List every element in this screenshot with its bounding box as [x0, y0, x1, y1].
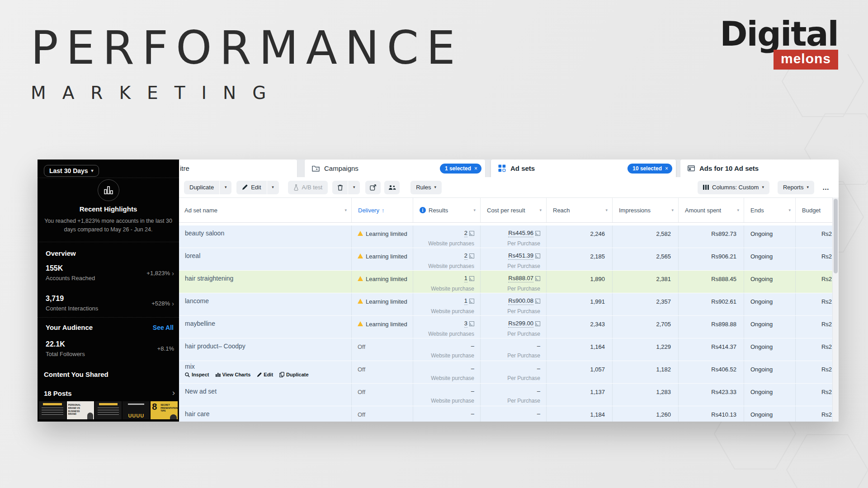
- header-cost-per-result[interactable]: Cost per result ▾: [481, 198, 547, 222]
- adset-row-6[interactable]: hair product– CoodpyOff–Website purchase…: [179, 338, 839, 361]
- cost-value[interactable]: Rs445.96: [508, 230, 533, 237]
- export-button[interactable]: [365, 181, 381, 194]
- edit-caret-button[interactable]: ▾: [267, 181, 279, 194]
- adset-row-9[interactable]: hair careOff––1,1841,260Rs410.13OngoingR…: [179, 406, 839, 422]
- post-thumbnail-3[interactable]: [95, 401, 122, 419]
- row-action-duplicate[interactable]: Duplicate: [279, 372, 309, 377]
- campaigns-selected-badge[interactable]: 1 selected ×: [440, 164, 481, 174]
- caret-down-icon[interactable]: ▾: [539, 208, 542, 212]
- screenshot-composite: Last 30 Days ▾ Recent Highlights You rea…: [38, 160, 839, 422]
- adset-name-cell[interactable]: hair straightening: [179, 271, 352, 293]
- post-thumbnail-1[interactable]: [39, 401, 66, 419]
- adset-name-cell[interactable]: beauty saloon: [179, 225, 352, 248]
- cost-value[interactable]: Rs900.08: [508, 297, 533, 305]
- adset-row-8[interactable]: New ad setOff–Website purchase–Per Purch…: [179, 384, 839, 406]
- header-impressions[interactable]: Impressions ▾: [613, 198, 679, 222]
- close-icon[interactable]: ×: [665, 165, 668, 172]
- caret-down-icon[interactable]: ▾: [788, 208, 791, 212]
- reports-button[interactable]: Reports ▾: [778, 181, 814, 194]
- info-icon[interactable]: i: [420, 207, 426, 213]
- adset-name-cell[interactable]: hair care: [179, 406, 352, 422]
- results-value[interactable]: 1: [464, 275, 467, 282]
- results-value[interactable]: 2: [464, 252, 467, 260]
- cost-value[interactable]: Rs299.00: [508, 320, 533, 328]
- results-cell: 2Website purchases: [413, 248, 481, 270]
- warning-icon: [358, 321, 363, 326]
- adset-row-3[interactable]: hair straighteningLearning limited1Websi…: [179, 271, 839, 293]
- folder-icon: [312, 165, 320, 172]
- impressions-cell: 2,582: [613, 225, 679, 248]
- close-icon[interactable]: ×: [474, 165, 477, 172]
- metric-delta: +8.1%: [157, 345, 174, 352]
- bar-chart-icon: [104, 186, 113, 194]
- post-thumbnail-2[interactable]: PERSONAL BRAND VS BUSINESS BRAND: [67, 401, 94, 419]
- vertical-scrollbar[interactable]: [832, 197, 839, 422]
- header-ends[interactable]: Ends ▾: [744, 198, 796, 222]
- results-value[interactable]: 2: [464, 230, 467, 237]
- adset-name-cell[interactable]: hair product– Coodpy: [179, 338, 352, 361]
- columns-button[interactable]: Columns: Custom ▾: [698, 181, 769, 194]
- reach-cell: 1,137: [547, 384, 613, 406]
- post-thumbnail-5[interactable]: 8SECRET PRESENTATION TIPS: [151, 401, 178, 419]
- cost-value[interactable]: Rs888.07: [508, 275, 533, 282]
- caret-down-icon[interactable]: ▾: [473, 208, 476, 212]
- header-amount-spent[interactable]: Amount spent ▾: [679, 198, 744, 222]
- adset-name-cell[interactable]: lancome: [179, 293, 352, 315]
- edit-button[interactable]: Edit: [236, 181, 266, 194]
- post-thumbnail-4[interactable]: UUUU: [123, 401, 150, 419]
- caret-down-icon[interactable]: ▾: [737, 208, 739, 212]
- metric-accounts-reached[interactable]: 155K Accounts Reached: [46, 265, 95, 282]
- adset-name-cell[interactable]: maybelline: [179, 316, 352, 338]
- adset-name-cell[interactable]: New ad set: [179, 384, 352, 406]
- row-action-edit[interactable]: Edit: [257, 372, 273, 377]
- caret-down-icon[interactable]: ▾: [671, 208, 674, 212]
- header-results[interactable]: i Results ▾: [413, 198, 481, 222]
- header-delivery[interactable]: Delivery ↑: [352, 198, 413, 222]
- impressions-cell: 1,182: [613, 361, 679, 383]
- amount-spent-cell: Rs892.73: [679, 225, 744, 248]
- adset-row-2[interactable]: lorealLearning limited2Website purchases…: [179, 248, 839, 271]
- metric-delta[interactable]: +1,823% ›: [146, 269, 174, 277]
- metric-total-followers[interactable]: 22.1K Total Followers: [46, 341, 85, 357]
- period-dropdown[interactable]: Last 30 Days ▾: [44, 165, 99, 177]
- tab-ad-sets[interactable]: Ad sets 10 selected ×: [491, 160, 676, 177]
- period-label: Last 30 Days: [49, 167, 88, 174]
- metric-content-interactions[interactable]: 3,719 Content Interactions: [46, 295, 98, 312]
- adset-row-1[interactable]: beauty saloonLearning limited2Website pu…: [179, 225, 839, 248]
- tab-campaigns[interactable]: Campaigns 1 selected ×: [305, 160, 485, 177]
- duplicate-button[interactable]: Duplicate: [184, 181, 219, 194]
- adsets-selected-badge[interactable]: 10 selected ×: [627, 164, 672, 174]
- adset-name-cell[interactable]: mixInspectView ChartsEditDuplicate: [179, 361, 352, 383]
- delete-caret-button[interactable]: ▾: [348, 181, 360, 194]
- more-button[interactable]: …: [822, 183, 830, 191]
- chevron-right-icon[interactable]: ›: [172, 388, 175, 398]
- header-ad-set-name[interactable]: Ad set name ▾: [179, 198, 352, 222]
- adset-row-4[interactable]: lancomeLearning limited1Website purchase…: [179, 293, 839, 316]
- delete-button[interactable]: [332, 181, 348, 194]
- adset-name-cell[interactable]: loreal: [179, 248, 352, 270]
- results-value[interactable]: 3: [464, 320, 467, 328]
- chart-icon: [216, 372, 221, 377]
- cost-value[interactable]: Rs451.39: [508, 252, 533, 260]
- metric-delta[interactable]: +528% ›: [151, 300, 174, 307]
- row-action-inspect[interactable]: Inspect: [185, 372, 209, 377]
- adset-row-7[interactable]: mixInspectView ChartsEditDuplicateOff–We…: [179, 361, 839, 384]
- results-value[interactable]: 1: [464, 297, 467, 305]
- rules-button[interactable]: Rules ▾: [410, 181, 442, 194]
- duplicate-caret-button[interactable]: ▾: [220, 181, 231, 194]
- ends-cell: Ongoing: [744, 384, 796, 406]
- posts-count[interactable]: 18 Posts: [44, 389, 72, 397]
- ab-test-button[interactable]: A/B test: [288, 181, 328, 194]
- adset-row-5[interactable]: maybellineLearning limited3Website purch…: [179, 316, 839, 338]
- reach-cell: 1,164: [547, 338, 613, 361]
- caret-down-icon[interactable]: ▾: [605, 208, 608, 212]
- row-action-view-charts[interactable]: View Charts: [216, 372, 251, 377]
- hero-block: PERFORMANCE MARKETING: [31, 25, 463, 103]
- header-reach[interactable]: Reach ▾: [547, 198, 613, 222]
- audiences-button[interactable]: [384, 181, 400, 194]
- tab-partial[interactable]: itre: [179, 160, 297, 177]
- scrollbar-thumb[interactable]: [834, 199, 838, 273]
- see-all-link[interactable]: See All: [153, 324, 174, 331]
- caret-down-icon[interactable]: ▾: [344, 208, 347, 212]
- tab-ads[interactable]: Ads for 10 Ad sets: [680, 160, 839, 177]
